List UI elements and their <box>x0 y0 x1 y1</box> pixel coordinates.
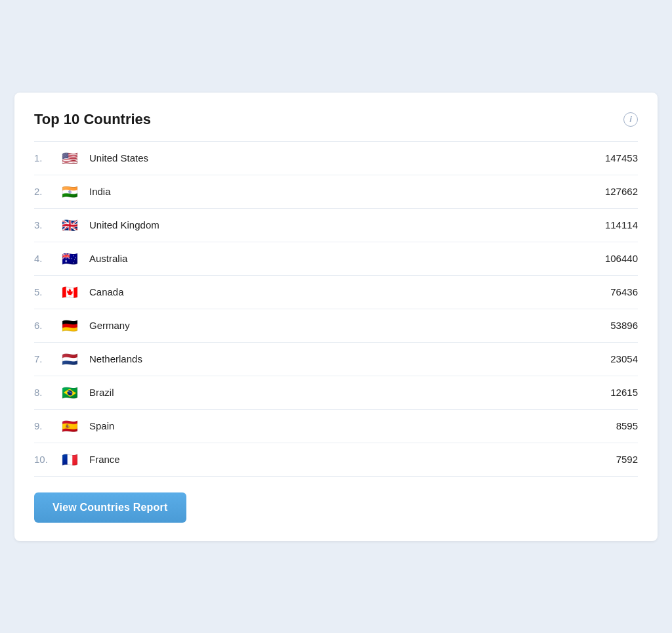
fr-flag: 🇫🇷 <box>59 452 80 467</box>
br-flag: 🇧🇷 <box>59 385 80 400</box>
card-footer: View Countries Report <box>34 492 638 523</box>
au-flag: 🇦🇺 <box>59 251 80 266</box>
country-value: 76436 <box>610 286 638 297</box>
list-item: 7. 🇳🇱 Netherlands 23054 <box>34 343 638 376</box>
list-item: 2. 🇮🇳 India 127662 <box>34 175 638 209</box>
country-list: 1. 🇺🇸 United States 147453 2. 🇮🇳 India 1… <box>34 141 638 477</box>
country-rank: 3. <box>34 219 59 230</box>
list-item: 4. 🇦🇺 Australia 106440 <box>34 242 638 276</box>
card-title: Top 10 Countries <box>34 111 151 128</box>
country-value: 127662 <box>605 186 638 197</box>
country-name: Australia <box>89 253 605 264</box>
country-value: 8595 <box>616 420 638 431</box>
country-rank: 2. <box>34 186 59 197</box>
country-name: India <box>89 186 605 197</box>
gb-flag: 🇬🇧 <box>59 218 80 232</box>
list-item: 5. 🇨🇦 Canada 76436 <box>34 276 638 309</box>
country-rank: 5. <box>34 286 59 297</box>
country-value: 7592 <box>616 454 638 465</box>
country-value: 23054 <box>610 353 638 364</box>
country-value: 53896 <box>610 320 638 331</box>
country-rank: 6. <box>34 320 59 331</box>
list-item: 6. 🇩🇪 Germany 53896 <box>34 309 638 343</box>
ca-flag: 🇨🇦 <box>59 285 80 299</box>
es-flag: 🇪🇸 <box>59 419 80 433</box>
country-rank: 1. <box>34 152 59 164</box>
country-name: United Kingdom <box>89 219 605 230</box>
country-name: Spain <box>89 420 616 431</box>
country-rank: 7. <box>34 353 59 364</box>
top-countries-card: Top 10 Countries i 1. 🇺🇸 United States 1… <box>14 93 658 541</box>
country-value: 114114 <box>605 219 638 230</box>
country-name: Canada <box>89 286 610 297</box>
country-rank: 10. <box>34 454 59 465</box>
list-item: 9. 🇪🇸 Spain 8595 <box>34 410 638 443</box>
list-item: 10. 🇫🇷 France 7592 <box>34 443 638 477</box>
country-name: France <box>89 454 616 465</box>
card-header: Top 10 Countries i <box>34 111 638 128</box>
country-name: United States <box>89 152 605 164</box>
country-name: Germany <box>89 320 610 331</box>
info-icon[interactable]: i <box>623 112 638 127</box>
country-name: Brazil <box>89 387 610 398</box>
country-value: 147453 <box>605 152 638 164</box>
view-countries-report-button[interactable]: View Countries Report <box>34 492 186 523</box>
country-rank: 9. <box>34 420 59 431</box>
list-item: 3. 🇬🇧 United Kingdom 114114 <box>34 209 638 242</box>
de-flag: 🇩🇪 <box>59 318 80 333</box>
country-name: Netherlands <box>89 353 610 364</box>
nl-flag: 🇳🇱 <box>59 352 80 366</box>
us-flag: 🇺🇸 <box>59 151 80 165</box>
in-flag: 🇮🇳 <box>59 185 80 199</box>
country-value: 12615 <box>610 387 638 398</box>
country-rank: 8. <box>34 387 59 398</box>
list-item: 8. 🇧🇷 Brazil 12615 <box>34 376 638 410</box>
country-rank: 4. <box>34 253 59 264</box>
list-item: 1. 🇺🇸 United States 147453 <box>34 142 638 175</box>
country-value: 106440 <box>605 253 638 264</box>
